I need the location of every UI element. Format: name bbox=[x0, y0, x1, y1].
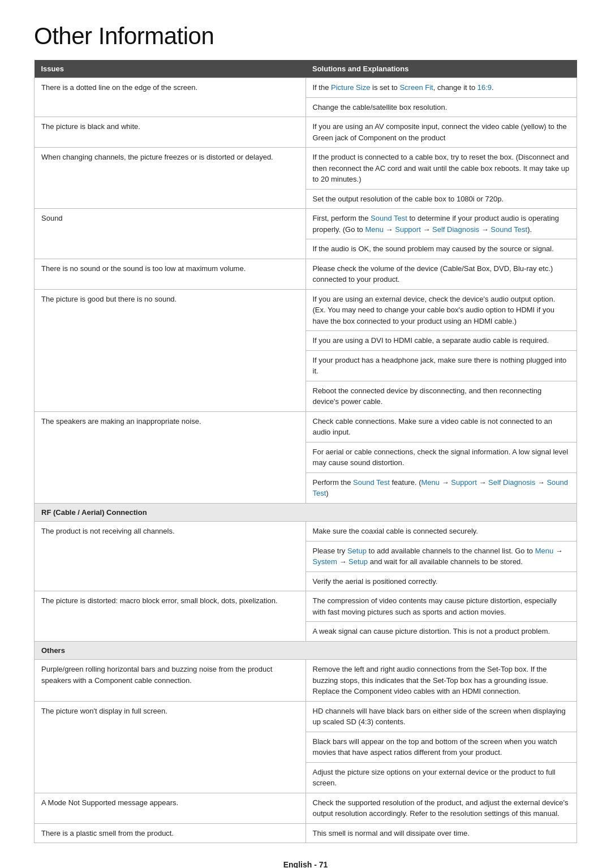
link[interactable]: Self Diagnosis bbox=[432, 225, 479, 234]
solution-cell: If the product is connected to a cable b… bbox=[306, 148, 577, 190]
section-header-row: Others bbox=[35, 641, 577, 660]
link[interactable]: Sound Test bbox=[353, 478, 390, 487]
table-row: There is a plastic smell from the produc… bbox=[35, 823, 577, 843]
text-part: Remove the left and right audio connecti… bbox=[313, 665, 548, 695]
table-row: There is no sound or the sound is too lo… bbox=[35, 259, 577, 289]
solution-cell: If your product has a headphone jack, ma… bbox=[306, 350, 577, 381]
text-part: Reboot the connected device by disconnec… bbox=[313, 386, 542, 406]
solution-cell: If you are using an external device, che… bbox=[306, 289, 577, 331]
solution-cell: Check cable connections. Make sure a vid… bbox=[306, 411, 577, 442]
link[interactable]: Setup bbox=[347, 547, 367, 555]
link[interactable]: Screen Fit bbox=[399, 83, 433, 92]
text-part: Change the cable/satellite box resolutio… bbox=[313, 103, 448, 111]
footer: English - 71 bbox=[34, 860, 577, 868]
text-part: Perform the bbox=[313, 478, 354, 487]
solution-cell: The compression of video contents may ca… bbox=[306, 591, 577, 622]
issue-cell: Sound bbox=[35, 209, 306, 259]
table-row: The picture is good but there is no soun… bbox=[35, 289, 577, 331]
link[interactable]: Support bbox=[451, 478, 477, 487]
text-part: → bbox=[384, 225, 395, 234]
text-part: Check cable connections. Make sure a vid… bbox=[313, 417, 552, 437]
solution-cell: If the Picture Size is set to Screen Fit… bbox=[306, 78, 577, 98]
text-part: ). bbox=[527, 225, 532, 234]
text-part: . bbox=[492, 83, 494, 92]
solution-cell: Remove the left and right audio connecti… bbox=[306, 660, 577, 702]
solution-cell: For aerial or cable connections, check t… bbox=[306, 442, 577, 472]
solution-cell: Please try Setup to add available channe… bbox=[306, 541, 577, 571]
col2-header: Solutions and Explanations bbox=[306, 60, 577, 78]
section-label: Others bbox=[35, 641, 577, 660]
solution-cell: Check the supported resolution of the pr… bbox=[306, 793, 577, 823]
solution-cell: Verify the aerial is positioned correctl… bbox=[306, 571, 577, 591]
link[interactable]: Menu bbox=[535, 547, 554, 555]
issue-cell: A Mode Not Supported message appears. bbox=[35, 793, 306, 823]
text-part: Please try bbox=[313, 547, 347, 555]
text-part: and wait for all available channels to b… bbox=[368, 557, 523, 566]
table-row: Purple/green rolling horizontal bars and… bbox=[35, 660, 577, 702]
text-part: Verify the aerial is positioned correctl… bbox=[313, 577, 438, 586]
text-part: HD channels will have black bars on eith… bbox=[313, 707, 566, 727]
text-part: If the product is connected to a cable b… bbox=[313, 153, 570, 183]
text-part: ) bbox=[326, 489, 328, 497]
page-title: Other Information bbox=[34, 23, 577, 50]
text-part: → bbox=[440, 478, 451, 487]
link[interactable]: Setup bbox=[348, 557, 368, 566]
link[interactable]: Self Diagnosis bbox=[488, 478, 535, 487]
table-row: The picture is distorted: macro block er… bbox=[35, 591, 577, 622]
text-part: → bbox=[553, 547, 563, 555]
link[interactable]: Support bbox=[395, 225, 421, 234]
issue-cell: When changing channels, the picture free… bbox=[35, 148, 306, 209]
solution-cell: Make sure the coaxial cable is connected… bbox=[306, 522, 577, 542]
link[interactable]: Menu bbox=[365, 225, 384, 234]
text-part: If you are using a DVI to HDMI cable, a … bbox=[313, 336, 549, 345]
text-part: → bbox=[337, 557, 348, 566]
text-part: → bbox=[421, 225, 432, 234]
table-row: When changing channels, the picture free… bbox=[35, 148, 577, 190]
issue-cell: There is a dotted line on the edge of th… bbox=[35, 78, 306, 117]
solution-cell: If the audio is OK, the sound problem ma… bbox=[306, 239, 577, 259]
issue-cell: The picture is good but there is no soun… bbox=[35, 289, 306, 411]
text-part: A weak signal can cause picture distorti… bbox=[313, 627, 550, 635]
text-part: Please check the volume of the device (C… bbox=[313, 264, 553, 284]
text-part: Adjust the picture size options on your … bbox=[313, 768, 556, 788]
text-part: Black bars will appear on the top and bo… bbox=[313, 737, 557, 757]
text-part: → bbox=[477, 478, 488, 487]
issue-cell: The speakers are making an inappropriate… bbox=[35, 411, 306, 503]
text-part: If you are using an external device, che… bbox=[313, 295, 556, 325]
text-part: Set the output resolution of the cable b… bbox=[313, 195, 504, 203]
link[interactable]: Sound Test bbox=[371, 214, 407, 222]
solution-cell: If you are using an AV composite input, … bbox=[306, 117, 577, 148]
solution-cell: Perform the Sound Test feature. (Menu → … bbox=[306, 472, 577, 503]
solution-cell: Please check the volume of the device (C… bbox=[306, 259, 577, 289]
table-row: The speakers are making an inappropriate… bbox=[35, 411, 577, 442]
text-part: The compression of video contents may ca… bbox=[313, 596, 557, 616]
text-part: If the audio is OK, the sound problem ma… bbox=[313, 244, 554, 253]
text-part: Make sure the coaxial cable is connected… bbox=[313, 527, 478, 535]
solution-cell: Set the output resolution of the cable b… bbox=[306, 189, 577, 209]
text-part: → bbox=[479, 225, 490, 234]
link[interactable]: 16:9 bbox=[477, 83, 492, 92]
text-part: If your product has a headphone jack, ma… bbox=[313, 356, 567, 376]
main-table: Issues Solutions and Explanations There … bbox=[34, 60, 577, 843]
issue-cell: The picture won't display in full screen… bbox=[35, 701, 306, 793]
solution-cell: Adjust the picture size options on your … bbox=[306, 762, 577, 793]
table-row: There is a dotted line on the edge of th… bbox=[35, 78, 577, 98]
text-part: If you are using an AV composite input, … bbox=[313, 122, 567, 142]
solution-cell: Black bars will appear on the top and bo… bbox=[306, 732, 577, 762]
solution-cell: A weak signal can cause picture distorti… bbox=[306, 622, 577, 642]
col1-header: Issues bbox=[35, 60, 306, 78]
text-part: If the bbox=[313, 83, 332, 92]
text-part: , change it to bbox=[433, 83, 477, 92]
issue-cell: The picture is black and white. bbox=[35, 117, 306, 148]
text-part: Check the supported resolution of the pr… bbox=[313, 798, 569, 818]
issue-cell: Purple/green rolling horizontal bars and… bbox=[35, 660, 306, 702]
link[interactable]: Picture Size bbox=[331, 83, 370, 92]
link[interactable]: System bbox=[313, 557, 337, 566]
solution-cell: First, perform the Sound Test to determi… bbox=[306, 209, 577, 239]
link[interactable]: Menu bbox=[421, 478, 440, 487]
link[interactable]: Sound Test bbox=[490, 225, 527, 234]
table-row: SoundFirst, perform the Sound Test to de… bbox=[35, 209, 577, 239]
text-part: feature. ( bbox=[390, 478, 421, 487]
section-label: RF (Cable / Aerial) Connection bbox=[35, 503, 577, 522]
solution-cell: This smell is normal and will dissipate … bbox=[306, 823, 577, 843]
